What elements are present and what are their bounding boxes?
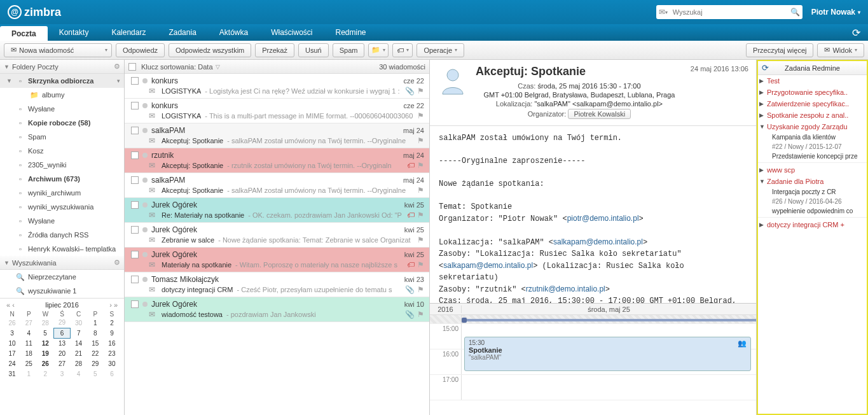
flag-icon[interactable]: ⚑	[417, 136, 424, 145]
global-search[interactable]: ✉ ▾ 🔍	[656, 5, 803, 19]
folder-item[interactable]: ▫2305_wyniki	[0, 158, 124, 172]
cal-day[interactable]: 26	[4, 318, 20, 328]
tag-button[interactable]: 🏷▾	[392, 43, 413, 57]
msg-checkbox[interactable]	[131, 151, 139, 159]
cal-day[interactable]: 27	[20, 318, 37, 328]
message-item[interactable]: rzutnikmaj 24✉Akceptuj: Spotkanie - rzut…	[125, 148, 429, 173]
nav-refresh-icon[interactable]: ⟳	[844, 24, 868, 41]
redmine-item[interactable]: ▶Test	[758, 75, 867, 87]
cal-day[interactable]: 9	[104, 328, 120, 338]
message-item[interactable]: salkaPAMmaj 24✉Akceptuj: Spotkanie - sal…	[125, 123, 429, 148]
view-button[interactable]: ✉ Widok ▾	[817, 43, 864, 57]
cal-day[interactable]: 19	[37, 348, 53, 358]
msg-checkbox[interactable]	[131, 176, 139, 184]
message-item[interactable]: Tomasz Mikołajczykkwi 23✉dotyczy integra…	[125, 272, 429, 297]
flag-icon[interactable]: ⚑	[417, 111, 424, 120]
message-item[interactable]: Jurek Ogórekkwi 25✉Re: Materiały na spot…	[125, 198, 429, 223]
nav-tab-kontakty[interactable]: Kontakty	[48, 24, 100, 41]
saved-search-item[interactable]: 🔍wyszukiwanie 1	[0, 284, 124, 298]
cal-day[interactable]: 27	[53, 358, 70, 369]
msg-checkbox[interactable]	[131, 251, 139, 258]
msg-checkbox[interactable]	[131, 276, 139, 283]
folder-move-button[interactable]: 📁▾	[368, 43, 389, 57]
folders-header[interactable]: ▼ Foldery Poczty ⚙	[0, 60, 124, 74]
calendar-event[interactable]: 👥15:30Spotkanie"salkaPAM"	[464, 337, 751, 371]
cal-day[interactable]: 10	[4, 338, 20, 348]
cal-day[interactable]: 13	[53, 338, 70, 348]
folder-item[interactable]: 📁albumy	[0, 88, 124, 102]
cal-day[interactable]: 25	[20, 358, 37, 369]
folder-item[interactable]: ▫Henryk Kowalski– templatka	[0, 242, 124, 256]
search-icon[interactable]: 🔍	[789, 8, 803, 17]
message-item[interactable]: Jurek Ogórekkwi 25✉Materiały na spotkani…	[125, 248, 429, 272]
cal-day[interactable]: 2	[37, 369, 53, 379]
gear-icon[interactable]: ⚙	[114, 62, 120, 71]
cal-day[interactable]: 2	[104, 318, 120, 328]
searches-header[interactable]: ▼ Wyszukiwania ⚙	[0, 256, 124, 270]
folder-item[interactable]: ▫Kosz	[0, 144, 124, 158]
cal-next[interactable]: › »	[107, 301, 120, 309]
folder-item[interactable]: ▫Źródła danych RSS	[0, 228, 124, 242]
saved-search-item[interactable]: 🔍Nieprzeczytane	[0, 270, 124, 284]
select-all-checkbox[interactable]	[128, 63, 136, 71]
msg-checkbox[interactable]	[131, 201, 139, 209]
nav-tab-aktówka[interactable]: Aktówka	[208, 24, 259, 41]
spam-button[interactable]: Spam	[333, 43, 365, 57]
folder-item[interactable]: ▫wyniki_archiwum	[0, 186, 124, 200]
email-link[interactable]: piotr@demo.intalio.pl	[567, 214, 639, 223]
delete-button[interactable]: Usuń	[298, 43, 329, 57]
email-link[interactable]: rzutnik@demo.intalio.pl	[526, 285, 605, 293]
folder-item[interactable]: ▫Spam	[0, 130, 124, 144]
cal-day[interactable]: 31	[4, 369, 20, 379]
redmine-item[interactable]: ▶dotyczy integracji CRM +	[758, 219, 867, 230]
cal-day[interactable]: 5	[37, 328, 53, 338]
cal-day[interactable]: 18	[20, 348, 37, 358]
forward-button[interactable]: Przekaż	[255, 43, 294, 57]
flag-icon[interactable]: ⚑	[417, 310, 424, 319]
cal-day[interactable]: 29	[53, 318, 70, 328]
redmine-item[interactable]: ▶www scp	[758, 164, 867, 176]
redmine-item[interactable]: ▼Uzyskanie zgody Zarządu	[758, 121, 867, 132]
msg-checkbox[interactable]	[131, 226, 139, 234]
cal-day[interactable]: 14	[71, 338, 87, 348]
compose-button[interactable]: ✉ Nowa wiadomość	[4, 43, 112, 57]
redmine-item[interactable]: ▶Spotkanie zespołu z anal..	[758, 109, 867, 121]
cal-day[interactable]: 28	[71, 358, 87, 369]
cal-day[interactable]: 26	[37, 358, 53, 369]
cal-day[interactable]: 16	[104, 338, 120, 348]
folder-item[interactable]: ▫Archiwum (673)	[0, 172, 124, 186]
cal-day[interactable]: 6	[104, 369, 120, 379]
cal-day[interactable]: 3	[4, 328, 20, 338]
cal-day[interactable]: 1	[87, 318, 104, 328]
cal-day[interactable]: 7	[71, 328, 87, 338]
cal-day[interactable]: 12	[37, 338, 53, 348]
msg-checkbox[interactable]	[131, 102, 139, 109]
cal-day[interactable]: 21	[71, 348, 87, 358]
cal-day[interactable]: 6	[53, 328, 70, 338]
message-item[interactable]: Jurek Ogórekkwi 10✉wiadomość testowa - p…	[125, 297, 429, 322]
cal-day[interactable]: 11	[20, 338, 37, 348]
cal-day[interactable]: 20	[53, 348, 70, 358]
cal-day[interactable]: 24	[4, 358, 20, 369]
cal-day[interactable]: 5	[87, 369, 104, 379]
actions-button[interactable]: Operacje ▾	[417, 43, 464, 57]
cal-day[interactable]: 17	[4, 348, 20, 358]
folder-item[interactable]: ▼▫Skrzynka odbiorcza▾	[0, 74, 124, 88]
flag-icon[interactable]: ⚑	[417, 285, 424, 294]
redmine-item[interactable]: ▼Zadanie dla Piotra	[758, 176, 867, 187]
cal-day[interactable]: 15	[87, 338, 104, 348]
cal-day[interactable]: 22	[87, 348, 104, 358]
flag-icon[interactable]: ⚑	[417, 186, 424, 195]
nav-tab-zadania[interactable]: Zadania	[157, 24, 207, 41]
folder-item[interactable]: ▫Wysłane	[0, 214, 124, 228]
folder-item[interactable]: ▫Kopie robocze (58)	[0, 116, 124, 130]
nav-tab-właściwości[interactable]: Właściwości	[259, 24, 324, 41]
folder-item[interactable]: ▫wyniki_wyszukiwania	[0, 200, 124, 214]
cal-day[interactable]: 28	[37, 318, 53, 328]
email-link[interactable]: salkapam@demo.intalio.pl	[443, 261, 533, 270]
reply-all-button[interactable]: Odpowiedz wszystkim	[169, 43, 251, 57]
search-input[interactable]	[670, 8, 789, 16]
cal-day[interactable]: 1	[20, 369, 37, 379]
cal-day[interactable]: 8	[87, 328, 104, 338]
refresh-icon[interactable]: ⟳	[762, 63, 769, 73]
